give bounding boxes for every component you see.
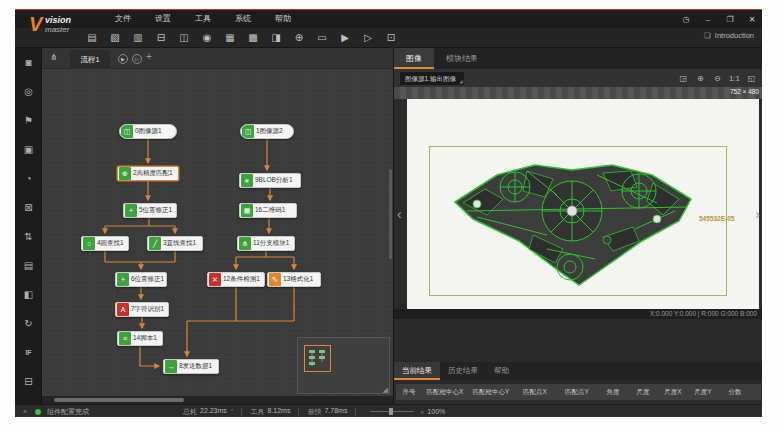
flow-node-n6[interactable]: +6位置修正1 [115,272,167,287]
image-display-area[interactable]: 545532E-05 [407,99,759,309]
minimap-viewport[interactable] [304,345,331,372]
export-icon[interactable]: ⊟ [154,29,168,45]
flow-node-n9[interactable]: ∗9BLOB分析1 [239,173,301,188]
canvas-vertical-scrollbar[interactable] [389,169,392,259]
canvas-minimap[interactable]: ◢ [297,337,390,394]
tab-image[interactable]: 图像 [394,48,434,69]
image-source-selector[interactable]: 图像源1.输出图像 ◢ [400,72,464,85]
restore-icon[interactable]: ❐ [724,15,736,24]
introduction-link[interactable]: ❏ Introduction [704,31,754,40]
module-icon: ◫ [121,125,133,138]
flow-node-n12[interactable]: ✕12条件检测1 [207,272,265,287]
menu-item-2[interactable]: 工具 [183,10,223,28]
dongle-icon[interactable]: ▭ [315,29,329,45]
statusbar-expand-icon[interactable]: » [23,408,27,415]
close-icon[interactable]: ✕ [746,15,758,24]
color-icon[interactable]: ◧ [15,280,42,309]
canvas-zoom-slider[interactable] [370,411,414,412]
scrollbar-thumb[interactable] [54,398,184,402]
flow-node-n16[interactable]: ▦16二维码1 [239,203,297,218]
flow-node-n3[interactable]: ╱3直线查找1 [147,236,203,251]
next-image-arrow[interactable]: › [755,207,760,221]
logic-if-icon[interactable]: IF [15,338,42,367]
one-to-one-icon[interactable]: 1:1 [729,72,740,85]
column-header: 尺度Y [688,384,718,400]
menu-item-0[interactable]: 文件 [103,10,143,28]
screen-icon[interactable]: ⊟ [15,367,42,396]
column-header: 分数 [718,384,752,400]
camera-icon[interactable]: ◉ [200,29,214,45]
stop-icon[interactable]: ⊡ [384,29,398,45]
flow-tree-icon[interactable]: ⋔ [50,52,58,62]
menu-item-4[interactable]: 帮助 [263,10,303,28]
flow-header: ⋔ 流程1 ▶ ▷ + [42,48,393,69]
tab-help[interactable]: 帮助 [486,362,517,380]
flow-node-n7[interactable]: A7字符识别1 [115,302,169,317]
image-viewer[interactable]: 752 × 480 [394,87,762,362]
flow-node-n1[interactable]: ◫1图像源2 [240,124,294,139]
refresh-icon[interactable]: ↻ [15,309,42,338]
image-panel-tabs: 图像模块结果 [394,48,762,69]
pixel-info-text: X:0.000 Y:0.000 | R:000 G:000 B:000 [650,310,757,317]
flow-tab[interactable]: 流程1 [70,50,110,69]
column-header: 角度 [598,384,628,400]
zoom-slider-thumb[interactable] [389,408,393,415]
open-icon[interactable]: ▧ [108,29,122,45]
tab-history-results[interactable]: 历史结果 [440,362,486,380]
locate-icon[interactable]: ◎ [15,77,42,106]
module-icon: ≡ [119,332,131,345]
module-label: 4圆查找1 [97,239,124,248]
flow-node-n14[interactable]: ≡14脚本1 [117,331,163,346]
run-once-icon[interactable]: ▷ [361,29,375,45]
run-icon[interactable]: ▶ [338,29,352,45]
memory-icon[interactable]: ▩ [246,29,260,45]
canvas-horizontal-scrollbar[interactable] [42,396,393,404]
save-as-icon[interactable]: ▥ [131,29,145,45]
module-label: 6位置修正1 [131,275,164,284]
status-message: 组件配置完成 [47,407,89,417]
statusbar-metrics: 总耗22.23ms◔工具8.12ms最快7.78ms ⌕ 100% [183,407,445,417]
flag-icon[interactable]: ⚑ [15,106,42,135]
fit-icon[interactable]: ◲ [678,72,689,85]
focus-icon[interactable]: ▣ [15,135,42,164]
flow-node-n11[interactable]: ⋔11分支模块1 [237,236,295,251]
flow-node-n4[interactable]: ○4圆查找1 [81,236,129,251]
roi-rectangle[interactable] [429,146,727,296]
measure-icon[interactable]: ⇅ [15,222,42,251]
communication-icon[interactable]: ⊕ [292,29,306,45]
clock-icon: ◔ [230,407,234,417]
process-icon[interactable]: ▤ [15,251,42,280]
menu-item-1[interactable]: 设置 [143,10,183,28]
run-flow-icon[interactable]: ▶ [118,54,128,64]
flow-node-n2[interactable]: ⊕2高精度匹配1 [117,166,179,181]
calibration-icon[interactable]: ◔ [15,164,42,193]
module-label: 0图像源1 [135,127,162,136]
tab-module-results[interactable]: 模块结果 [434,48,490,69]
minimap-resize-handle[interactable]: ◢ [383,386,388,394]
prev-image-arrow[interactable]: ‹ [397,207,402,221]
module-label: 14脚本1 [133,334,157,343]
fullscreen-icon[interactable]: ◱ [746,72,757,85]
module-icon: ○ [83,237,95,250]
flow-node-n5[interactable]: +5位置修正1 [123,203,177,218]
layout-icon[interactable]: ◫ [177,29,191,45]
statusbar-separator [241,408,242,416]
clock-icon[interactable]: ◷ [680,15,692,24]
add-flow-button[interactable]: + [146,51,152,62]
module-label: 16二维码1 [255,206,285,215]
menu-item-3[interactable]: 系统 [223,10,263,28]
flow-node-n8[interactable]: →8发送数据1 [163,359,219,374]
run-once-flow-icon[interactable]: ▷ [132,54,142,64]
zoom-in-icon[interactable]: ⊕ [695,72,706,85]
module-label: 12条件检测1 [223,275,260,284]
tab-current-results[interactable]: 当前结果 [394,362,440,380]
module-list-icon[interactable]: ▦ [223,29,237,45]
zoom-out-icon[interactable]: ⊖ [712,72,723,85]
minimize-icon[interactable]: – [702,15,714,24]
align-icon[interactable]: ⊠ [15,193,42,222]
io-icon[interactable]: ◨ [269,29,283,45]
flow-node-n13[interactable]: ✎13格式化1 [267,272,321,287]
flow-canvas[interactable]: ◫0图像源1◫1图像源2⊕2高精度匹配1∗9BLOB分析1+5位置修正1▦16二… [42,69,393,396]
flow-node-n0[interactable]: ◫0图像源1 [119,124,177,139]
camera-icon[interactable]: ◙ [15,48,42,77]
